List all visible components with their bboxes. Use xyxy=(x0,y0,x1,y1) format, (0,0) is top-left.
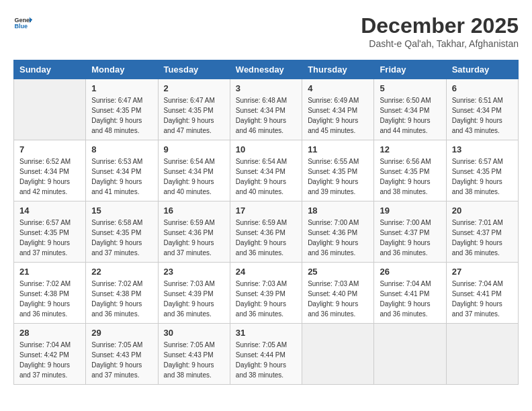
day-number: 6 xyxy=(452,83,513,93)
day-info: Sunrise: 6:50 AM Sunset: 4:34 PM Dayligh… xyxy=(380,95,440,136)
day-info: Sunrise: 7:05 AM Sunset: 4:44 PM Dayligh… xyxy=(236,340,296,380)
header-cell-monday: Monday xyxy=(86,60,158,79)
day-info: Sunrise: 6:47 AM Sunset: 4:35 PM Dayligh… xyxy=(164,95,224,136)
day-cell: 8Sunrise: 6:53 AM Sunset: 4:34 PM Daylig… xyxy=(86,140,158,201)
day-number: 13 xyxy=(452,144,513,154)
day-number: 27 xyxy=(452,267,513,277)
logo-icon: General Blue xyxy=(13,13,32,32)
week-row-1: 1Sunrise: 6:47 AM Sunset: 4:35 PM Daylig… xyxy=(14,79,519,140)
day-info: Sunrise: 6:49 AM Sunset: 4:34 PM Dayligh… xyxy=(308,95,368,136)
day-number: 8 xyxy=(91,144,152,154)
day-number: 1 xyxy=(91,83,152,93)
day-info: Sunrise: 7:00 AM Sunset: 4:36 PM Dayligh… xyxy=(308,218,368,258)
day-number: 22 xyxy=(91,267,152,277)
day-info: Sunrise: 7:04 AM Sunset: 4:41 PM Dayligh… xyxy=(452,279,513,319)
day-cell: 11Sunrise: 6:55 AM Sunset: 4:35 PM Dayli… xyxy=(302,140,374,201)
day-cell: 28Sunrise: 7:04 AM Sunset: 4:42 PM Dayli… xyxy=(14,324,86,385)
title-area: December 2025 Dasht-e Qal'ah, Takhar, Af… xyxy=(361,13,519,49)
day-number: 26 xyxy=(380,267,440,277)
day-info: Sunrise: 6:54 AM Sunset: 4:34 PM Dayligh… xyxy=(164,156,224,197)
day-cell: 27Sunrise: 7:04 AM Sunset: 4:41 PM Dayli… xyxy=(446,263,518,324)
week-row-4: 21Sunrise: 7:02 AM Sunset: 4:38 PM Dayli… xyxy=(14,263,519,324)
day-number: 30 xyxy=(164,328,224,338)
day-number: 29 xyxy=(91,328,152,338)
day-cell: 20Sunrise: 7:01 AM Sunset: 4:37 PM Dayli… xyxy=(446,201,518,263)
day-number: 23 xyxy=(164,267,224,277)
subtitle: Dasht-e Qal'ah, Takhar, Afghanistan xyxy=(361,38,519,49)
day-info: Sunrise: 6:56 AM Sunset: 4:35 PM Dayligh… xyxy=(380,156,440,197)
day-cell: 13Sunrise: 6:57 AM Sunset: 4:35 PM Dayli… xyxy=(446,140,518,201)
header-cell-tuesday: Tuesday xyxy=(158,60,230,79)
day-number: 7 xyxy=(19,144,80,154)
day-info: Sunrise: 6:59 AM Sunset: 4:36 PM Dayligh… xyxy=(164,218,224,258)
month-title: December 2025 xyxy=(361,13,519,38)
day-number: 31 xyxy=(236,328,296,338)
day-number: 25 xyxy=(308,267,368,277)
day-info: Sunrise: 6:52 AM Sunset: 4:34 PM Dayligh… xyxy=(19,156,80,197)
day-cell: 29Sunrise: 7:05 AM Sunset: 4:43 PM Dayli… xyxy=(86,324,158,385)
day-number: 20 xyxy=(452,205,513,216)
day-cell: 23Sunrise: 7:03 AM Sunset: 4:39 PM Dayli… xyxy=(158,263,230,324)
week-row-3: 14Sunrise: 6:57 AM Sunset: 4:35 PM Dayli… xyxy=(14,201,519,263)
day-cell: 26Sunrise: 7:04 AM Sunset: 4:41 PM Dayli… xyxy=(374,263,446,324)
logo: General Blue xyxy=(13,13,32,32)
day-info: Sunrise: 7:03 AM Sunset: 4:40 PM Dayligh… xyxy=(308,279,368,319)
header: General Blue December 2025 Dasht-e Qal'a… xyxy=(13,13,519,49)
day-number: 5 xyxy=(380,83,440,93)
day-number: 12 xyxy=(380,144,440,154)
day-number: 28 xyxy=(19,328,80,338)
day-cell xyxy=(302,324,374,385)
day-info: Sunrise: 7:00 AM Sunset: 4:37 PM Dayligh… xyxy=(380,218,440,258)
day-info: Sunrise: 6:55 AM Sunset: 4:35 PM Dayligh… xyxy=(308,156,368,197)
day-number: 24 xyxy=(236,267,296,277)
day-cell: 24Sunrise: 7:03 AM Sunset: 4:39 PM Dayli… xyxy=(230,263,302,324)
day-cell: 15Sunrise: 6:58 AM Sunset: 4:35 PM Dayli… xyxy=(86,201,158,263)
header-cell-friday: Friday xyxy=(374,60,446,79)
day-cell: 31Sunrise: 7:05 AM Sunset: 4:44 PM Dayli… xyxy=(230,324,302,385)
day-info: Sunrise: 6:57 AM Sunset: 4:35 PM Dayligh… xyxy=(19,218,80,258)
day-info: Sunrise: 6:51 AM Sunset: 4:34 PM Dayligh… xyxy=(452,95,513,136)
week-row-5: 28Sunrise: 7:04 AM Sunset: 4:42 PM Dayli… xyxy=(14,324,519,385)
day-cell: 16Sunrise: 6:59 AM Sunset: 4:36 PM Dayli… xyxy=(158,201,230,263)
day-cell xyxy=(14,79,86,140)
day-info: Sunrise: 7:05 AM Sunset: 4:43 PM Dayligh… xyxy=(91,340,152,380)
day-info: Sunrise: 7:05 AM Sunset: 4:43 PM Dayligh… xyxy=(164,340,224,380)
calendar-table: SundayMondayTuesdayWednesdayThursdayFrid… xyxy=(13,60,519,385)
day-number: 17 xyxy=(236,205,296,216)
day-cell: 3Sunrise: 6:48 AM Sunset: 4:34 PM Daylig… xyxy=(230,79,302,140)
day-info: Sunrise: 7:04 AM Sunset: 4:41 PM Dayligh… xyxy=(380,279,440,319)
week-row-2: 7Sunrise: 6:52 AM Sunset: 4:34 PM Daylig… xyxy=(14,140,519,201)
day-number: 21 xyxy=(19,267,80,277)
header-cell-thursday: Thursday xyxy=(302,60,374,79)
day-info: Sunrise: 6:48 AM Sunset: 4:34 PM Dayligh… xyxy=(236,95,296,136)
day-cell: 4Sunrise: 6:49 AM Sunset: 4:34 PM Daylig… xyxy=(302,79,374,140)
svg-text:Blue: Blue xyxy=(14,23,28,30)
day-number: 14 xyxy=(19,205,80,216)
day-cell: 7Sunrise: 6:52 AM Sunset: 4:34 PM Daylig… xyxy=(14,140,86,201)
header-cell-saturday: Saturday xyxy=(446,60,518,79)
day-number: 16 xyxy=(164,205,224,216)
day-info: Sunrise: 7:02 AM Sunset: 4:38 PM Dayligh… xyxy=(19,279,80,319)
day-cell xyxy=(374,324,446,385)
day-info: Sunrise: 6:58 AM Sunset: 4:35 PM Dayligh… xyxy=(91,218,152,258)
day-info: Sunrise: 6:54 AM Sunset: 4:34 PM Dayligh… xyxy=(236,156,296,197)
day-cell: 10Sunrise: 6:54 AM Sunset: 4:34 PM Dayli… xyxy=(230,140,302,201)
day-info: Sunrise: 7:02 AM Sunset: 4:38 PM Dayligh… xyxy=(91,279,152,319)
day-info: Sunrise: 7:01 AM Sunset: 4:37 PM Dayligh… xyxy=(452,218,513,258)
day-info: Sunrise: 7:03 AM Sunset: 4:39 PM Dayligh… xyxy=(164,279,224,319)
day-info: Sunrise: 7:04 AM Sunset: 4:42 PM Dayligh… xyxy=(19,340,80,380)
header-cell-wednesday: Wednesday xyxy=(230,60,302,79)
day-cell: 5Sunrise: 6:50 AM Sunset: 4:34 PM Daylig… xyxy=(374,79,446,140)
day-info: Sunrise: 6:47 AM Sunset: 4:35 PM Dayligh… xyxy=(91,95,152,136)
day-cell: 12Sunrise: 6:56 AM Sunset: 4:35 PM Dayli… xyxy=(374,140,446,201)
day-cell: 22Sunrise: 7:02 AM Sunset: 4:38 PM Dayli… xyxy=(86,263,158,324)
header-cell-sunday: Sunday xyxy=(14,60,86,79)
day-number: 19 xyxy=(380,205,440,216)
day-number: 2 xyxy=(164,83,224,93)
day-info: Sunrise: 6:57 AM Sunset: 4:35 PM Dayligh… xyxy=(452,156,513,197)
day-number: 10 xyxy=(236,144,296,154)
day-cell: 14Sunrise: 6:57 AM Sunset: 4:35 PM Dayli… xyxy=(14,201,86,263)
day-number: 11 xyxy=(308,144,368,154)
day-cell xyxy=(446,324,518,385)
day-cell: 19Sunrise: 7:00 AM Sunset: 4:37 PM Dayli… xyxy=(374,201,446,263)
